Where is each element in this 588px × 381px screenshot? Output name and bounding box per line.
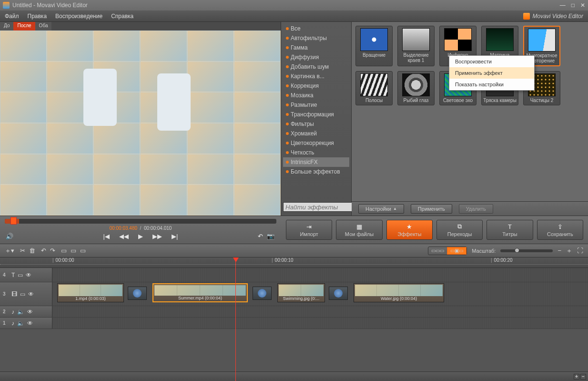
clip-2[interactable]: Summer.mp4 (0:00:04) [152,283,248,302]
cat-colorc[interactable]: Цветокоррекция [283,138,349,148]
menu-edit[interactable]: Правка [28,13,47,20]
next-button[interactable]: ▶| [172,233,178,240]
seek-bar[interactable] [5,219,276,224]
transition[interactable] [128,287,147,300]
mute-icon[interactable]: 🔈 [17,309,24,315]
context-menu: Воспроизвести Применить эффект Показать … [449,55,535,91]
menu-play[interactable]: Воспроизведение [55,13,102,20]
ctx-play[interactable]: Воспроизвести [449,56,534,67]
zoom-slider[interactable] [500,249,553,252]
effect-delete-button[interactable]: Удалить [459,204,493,214]
lock-icon[interactable]: ▭ [20,291,25,298]
compare-after[interactable]: После [13,22,35,31]
eye-icon[interactable]: 👁 [28,291,34,298]
tab-effects[interactable]: ★Эффекты [386,220,433,240]
timeline-ruler[interactable]: 00:00:00 00:00:10 00:00:20 [0,257,588,268]
rewind-button[interactable]: ◀◀ [119,233,129,240]
cat-chroma[interactable]: Хромакей [283,129,349,138]
lock-icon[interactable]: ▭ [18,272,23,278]
tool2-icon[interactable]: ▭ [71,247,76,254]
mute-icon[interactable]: 🔈 [17,320,24,327]
preview-viewport [0,31,281,216]
cat-correction[interactable]: Коррекция [283,81,349,91]
cat-transform[interactable]: Трансформация [283,110,349,119]
tab-save[interactable]: ⇪Сохранить [537,220,583,240]
eye-icon[interactable]: 👁 [26,272,31,278]
undo2-icon[interactable]: ↶ [41,247,46,254]
prev-button[interactable]: |◀ [103,233,110,240]
track-audio-2: 2♪🔈👁 [0,306,588,318]
preview-pane: До После Оба [0,22,281,216]
close-icon[interactable]: ✕ [580,2,585,9]
effect-thumb[interactable]: Полосы [355,71,393,105]
transition[interactable] [329,287,348,300]
ctx-apply[interactable]: Применить эффект [449,67,534,79]
eye-icon[interactable]: 👁 [27,309,33,315]
compare-before[interactable]: До [0,22,13,31]
import-icon: ⇥ [306,223,312,230]
eye-icon[interactable]: 👁 [27,320,33,327]
cat-gamma[interactable]: Гамма [283,43,349,52]
tab-transitions[interactable]: ⧉Переходы [436,220,483,240]
app-icon [3,2,10,9]
cat-intrinsic[interactable]: IntrinsicFX [283,157,349,167]
cut-icon[interactable]: ✂ [20,247,25,254]
timeline: 00:00:00 00:00:10 00:00:20 4T▭👁 3🎞▭👁 1.m… [0,257,588,381]
undo-icon[interactable]: ↶ [258,233,263,240]
play-button[interactable]: ▶ [138,233,143,240]
trash-icon[interactable]: 🗑 [29,247,35,254]
effect-thumb[interactable]: Вращение [355,26,393,66]
clip-1[interactable]: 1.mp4 (0:00:03) [57,283,124,302]
effect-apply-button[interactable]: Применить [411,204,452,214]
time-current: 00:00:03.480 [110,226,137,231]
cat-mosaic[interactable]: Мозаика [283,91,349,100]
tab-files[interactable]: ▦Мои файлы [336,220,382,240]
cat-sharp[interactable]: Четкость [283,148,349,157]
cat-pip[interactable]: Картинка в... [283,72,349,81]
timeline-mode-toggle[interactable]: ▭▭▭▭▣▭ [428,247,467,255]
scroll-up-icon[interactable]: + [574,374,579,380]
zoom-out-icon[interactable]: − [558,247,561,254]
save-icon: ⇪ [558,223,563,230]
cat-diffusion[interactable]: Диффузия [283,52,349,62]
clip-3[interactable]: Swimming.jpg (0:... [277,283,325,302]
minimize-icon[interactable]: — [560,2,566,9]
fit-icon[interactable]: ⛶ [577,247,583,254]
volume-icon[interactable]: 🔊 [6,233,13,240]
effect-thumb[interactable]: Рыбий глаз [397,71,435,105]
cat-filters[interactable]: Фильтры [283,119,349,129]
cat-more[interactable]: Больше эффектов [283,167,349,176]
window-title: Untitled - Movavi Video Editor [12,2,560,9]
menu-help[interactable]: Справка [111,13,133,20]
redo-icon[interactable]: ↷ [50,247,55,254]
seek-head[interactable] [10,217,17,225]
zoom-in-icon[interactable]: ＋ [566,247,572,255]
tab-titles[interactable]: TТитры [487,220,533,240]
cat-all[interactable]: Все [283,24,349,33]
tool1-icon[interactable]: ▭ [61,247,67,254]
cat-blur[interactable]: Размытие [283,100,349,110]
forward-button[interactable]: ▶▶ [152,233,162,240]
ctx-settings[interactable]: Показать настройки [449,79,534,90]
compare-both[interactable]: Оба [35,22,52,31]
time-total: 00:00:04.010 [144,226,172,231]
cat-noise[interactable]: Добавить шум [283,62,349,72]
effect-thumb[interactable]: Выделение краев 1 [397,26,435,66]
scroll-down-icon[interactable]: − [580,374,586,380]
transition[interactable] [253,287,272,300]
effect-settings-button[interactable]: Настройки▲ [358,204,404,214]
title-track-icon: T [11,272,15,278]
add-button[interactable]: ＋▾ [5,247,14,255]
menu-file[interactable]: Файл [5,13,19,20]
film-icon: 🎞 [11,291,17,298]
playhead[interactable] [235,257,236,381]
tool3-icon[interactable]: ▭ [80,247,86,254]
star-icon: ★ [406,223,412,230]
timeline-scroll-buttons: + − [0,371,588,381]
tab-import[interactable]: ⇥Импорт [286,220,332,240]
clip-4[interactable]: Water.jpg (0:00:04) [354,283,444,302]
maximize-icon[interactable]: □ [571,2,575,9]
cat-autofilters[interactable]: Автофильтры [283,33,349,43]
snapshot-icon[interactable]: 📷 [267,233,274,240]
effect-thumbnails: Вращение Выделение краев 1 Инферно Матри… [352,22,588,201]
